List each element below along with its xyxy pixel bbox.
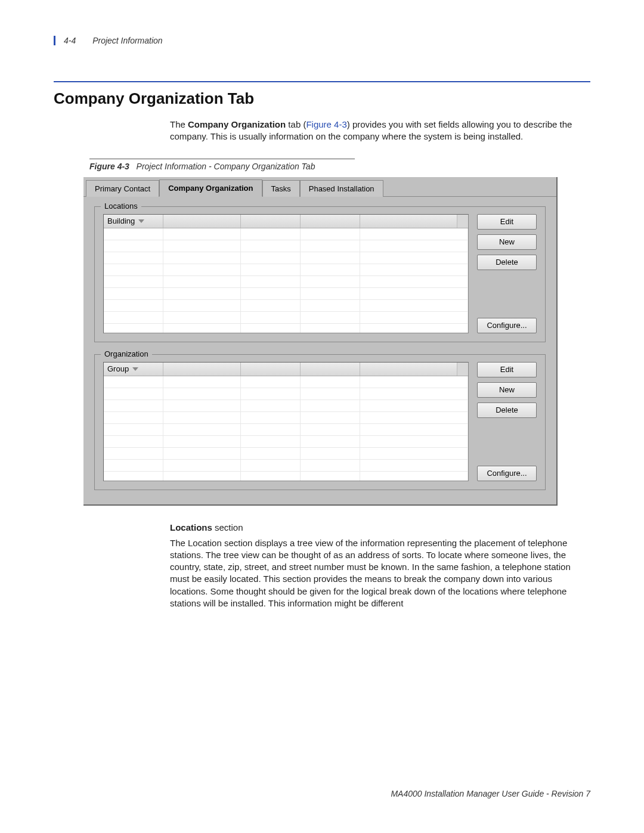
page-header: 4-4 Project Information bbox=[54, 36, 590, 45]
section-title: Company Organization Tab bbox=[54, 89, 590, 108]
figure-label: Figure 4-3 bbox=[89, 162, 129, 171]
organization-col-3[interactable] bbox=[241, 363, 301, 376]
table-row[interactable] bbox=[104, 424, 468, 436]
organization-configure-button[interactable]: Configure... bbox=[477, 466, 537, 481]
locations-legend: Locations bbox=[101, 202, 141, 210]
organization-col-2[interactable] bbox=[163, 363, 241, 376]
tab-tasks[interactable]: Tasks bbox=[262, 180, 300, 197]
page-number: 4-4 bbox=[64, 36, 76, 45]
table-row[interactable] bbox=[104, 472, 468, 481]
locations-new-button[interactable]: New bbox=[477, 234, 537, 250]
figure-caption-text: Project Information - Company Organizati… bbox=[137, 162, 315, 171]
page-footer: MA4000 Installation Manager User Guide -… bbox=[391, 789, 590, 798]
locations-section-paragraph: The Location section displays a tree vie… bbox=[170, 537, 584, 610]
organization-col-4[interactable] bbox=[301, 363, 360, 376]
tab-company-organization[interactable]: Company Organization bbox=[159, 179, 262, 197]
locations-col-3[interactable] bbox=[241, 215, 301, 228]
organization-edit-button[interactable]: Edit bbox=[477, 362, 537, 377]
header-section: Project Information bbox=[92, 36, 163, 45]
organization-scroll-stub bbox=[457, 363, 468, 376]
locations-delete-button[interactable]: Delete bbox=[477, 255, 537, 270]
locations-configure-button[interactable]: Configure... bbox=[477, 318, 537, 333]
table-row[interactable] bbox=[104, 376, 468, 388]
organization-groupbox: Organization Group bbox=[94, 354, 546, 490]
table-row[interactable] bbox=[104, 400, 468, 412]
table-row[interactable] bbox=[104, 252, 468, 264]
tab-primary-contact[interactable]: Primary Contact bbox=[86, 180, 159, 197]
table-row[interactable] bbox=[104, 288, 468, 300]
locations-section-heading: Locations section bbox=[170, 522, 584, 532]
table-row[interactable] bbox=[104, 264, 468, 276]
table-row[interactable] bbox=[104, 436, 468, 448]
tabstrip: Primary Contact Company Organization Tas… bbox=[83, 177, 556, 196]
organization-legend: Organization bbox=[101, 349, 152, 358]
organization-col-5[interactable] bbox=[360, 363, 457, 376]
organization-grid[interactable]: Group bbox=[103, 362, 469, 481]
locations-col-4[interactable] bbox=[301, 215, 360, 228]
sort-desc-icon bbox=[132, 367, 138, 371]
tab-phased-installation[interactable]: Phased Installation bbox=[300, 180, 383, 197]
organization-col-group[interactable]: Group bbox=[104, 363, 163, 376]
locations-grid[interactable]: Building bbox=[103, 214, 469, 333]
table-row[interactable] bbox=[104, 240, 468, 252]
table-row[interactable] bbox=[104, 412, 468, 424]
sort-desc-icon bbox=[138, 219, 144, 223]
table-row[interactable] bbox=[104, 448, 468, 460]
figure-reference-link[interactable]: Figure 4-3 bbox=[306, 119, 346, 129]
locations-scroll-stub bbox=[457, 215, 468, 228]
intro-paragraph: The Company Organization tab (Figure 4-3… bbox=[170, 119, 584, 143]
table-row[interactable] bbox=[104, 312, 468, 324]
locations-col-building[interactable]: Building bbox=[104, 215, 163, 228]
locations-groupbox: Locations Building bbox=[94, 206, 546, 342]
locations-edit-button[interactable]: Edit bbox=[477, 214, 537, 230]
locations-col-2[interactable] bbox=[163, 215, 241, 228]
company-organization-panel: Primary Contact Company Organization Tas… bbox=[83, 177, 558, 506]
section-rule bbox=[54, 81, 590, 82]
organization-new-button[interactable]: New bbox=[477, 382, 537, 398]
table-row[interactable] bbox=[104, 388, 468, 400]
table-row[interactable] bbox=[104, 276, 468, 288]
figure-caption: Figure 4-3 Project Information - Company… bbox=[89, 159, 590, 171]
table-row[interactable] bbox=[104, 324, 468, 333]
table-row[interactable] bbox=[104, 228, 468, 240]
table-row[interactable] bbox=[104, 300, 468, 312]
locations-col-5[interactable] bbox=[360, 215, 457, 228]
organization-delete-button[interactable]: Delete bbox=[477, 402, 537, 418]
table-row[interactable] bbox=[104, 460, 468, 472]
